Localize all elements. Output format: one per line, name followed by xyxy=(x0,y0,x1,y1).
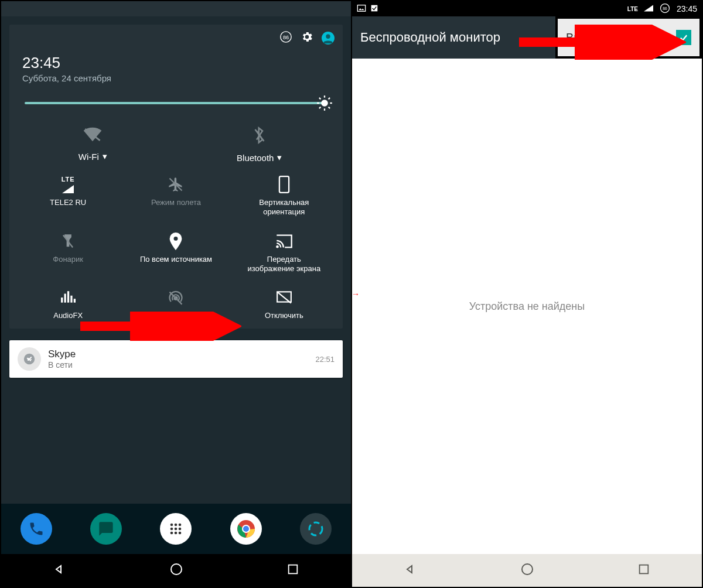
svg-line-9 xyxy=(329,107,330,108)
svg-point-2 xyxy=(326,35,330,39)
signal-icon xyxy=(62,185,74,193)
qs-time: 23:45 xyxy=(22,54,330,72)
svg-point-34 xyxy=(179,528,182,531)
rotation-label-1: Вертикальная xyxy=(259,198,309,207)
hotspot-icon xyxy=(168,290,184,305)
svg-rect-44 xyxy=(357,5,365,11)
battery-badge-icon: 86 xyxy=(279,30,292,46)
bluetooth-label: Bluetooth xyxy=(237,153,274,163)
svg-text:86: 86 xyxy=(663,6,667,10)
brightness-slider[interactable] xyxy=(25,102,327,104)
svg-rect-21 xyxy=(70,296,72,303)
qs-tile-disable[interactable]: Отключить xyxy=(230,289,338,320)
flashlight-label: Фонарик xyxy=(53,255,83,264)
svg-rect-18 xyxy=(61,298,63,303)
app-messages[interactable] xyxy=(90,513,122,545)
nav-recent[interactable] xyxy=(286,563,299,578)
nav-back[interactable] xyxy=(53,562,67,579)
svg-line-11 xyxy=(329,98,330,99)
status-bar xyxy=(1,1,351,16)
empty-message: Устройства не найдены xyxy=(469,300,585,313)
svg-rect-19 xyxy=(64,294,66,303)
equalizer-icon xyxy=(60,291,76,304)
image-icon xyxy=(357,4,366,15)
svg-point-17 xyxy=(276,245,279,248)
qs-tile-audiofx[interactable]: AudioFX xyxy=(14,289,122,320)
qs-tile-wifi[interactable]: Wi-Fi▾ xyxy=(9,122,176,173)
nav-home[interactable] xyxy=(520,562,534,579)
airplane-label: Режим полета xyxy=(151,198,201,207)
lte-label: LTE xyxy=(62,176,75,184)
app-drawer[interactable] xyxy=(160,513,192,545)
app-camera[interactable] xyxy=(300,513,332,545)
skype-icon xyxy=(18,347,41,371)
portrait-icon xyxy=(278,176,290,193)
audiofx-label: AudioFX xyxy=(53,311,83,320)
gear-icon[interactable] xyxy=(301,30,313,46)
signal-icon xyxy=(644,4,653,14)
status-time: 23:45 xyxy=(677,4,697,13)
app-chrome[interactable] xyxy=(230,513,262,545)
notification-title: Skype xyxy=(48,348,76,360)
screen-off-icon xyxy=(276,290,292,305)
qs-tile-airplane[interactable]: Режим полета xyxy=(122,176,230,217)
qs-tile-flashlight[interactable]: Фонарик xyxy=(14,233,122,274)
svg-line-8 xyxy=(319,98,320,99)
checkbox-checked-icon[interactable] xyxy=(676,30,691,45)
phone-right: LTE 86 23:45 Беспроводной монитор Включи… xyxy=(352,1,702,587)
chevron-down-icon: ▾ xyxy=(103,151,107,162)
svg-point-35 xyxy=(170,532,173,535)
cast-icon xyxy=(275,234,293,249)
svg-line-10 xyxy=(319,107,320,108)
svg-rect-43 xyxy=(289,565,298,574)
wifi-label: Wi-Fi xyxy=(79,152,99,162)
qs-header-icons: 86 xyxy=(9,25,343,46)
svg-point-40 xyxy=(243,526,249,532)
app-bar: Беспроводной монитор Включить xyxy=(352,16,702,59)
svg-point-37 xyxy=(179,532,182,535)
qs-tile-cellular[interactable]: LTE TELE2 RU xyxy=(14,176,122,217)
svg-point-30 xyxy=(175,524,178,527)
nav-bar xyxy=(352,554,702,587)
notification-skype[interactable]: Skype В сети 22:51 xyxy=(9,340,343,378)
qs-tile-cast[interactable]: Передатьизображение экрана xyxy=(230,233,338,274)
qs-tile-hotspot[interactable]: Точка доступа xyxy=(122,289,230,320)
cellular-label: TELE2 RU xyxy=(50,198,86,207)
svg-rect-49 xyxy=(640,565,649,574)
quick-settings-panel: 86 23:45 Суббота, 24 сентября Wi-Fi▾ xyxy=(9,25,343,329)
nav-back[interactable] xyxy=(404,562,418,579)
nav-home[interactable] xyxy=(169,562,183,579)
svg-point-48 xyxy=(522,564,533,575)
dock xyxy=(1,504,351,554)
nav-recent[interactable] xyxy=(637,563,650,578)
rotation-label-2: ориентация xyxy=(263,207,305,216)
brightness-icon[interactable] xyxy=(316,94,333,112)
wireless-display-body: Устройства не найдены xyxy=(352,59,702,554)
svg-rect-15 xyxy=(279,176,289,193)
chevron-down-icon: ▾ xyxy=(277,152,282,163)
svg-text:86: 86 xyxy=(283,35,289,40)
cast-label-2: изображение экрана xyxy=(248,264,321,273)
qs-tile-rotation[interactable]: Вертикальнаяориентация xyxy=(230,176,338,217)
cast-label-1: Передать xyxy=(267,255,301,264)
hotspot-label: Точка доступа xyxy=(151,311,202,320)
svg-point-42 xyxy=(171,564,182,575)
flashlight-icon xyxy=(62,233,74,249)
qs-time-block: 23:45 Суббота, 24 сентября xyxy=(9,46,343,94)
notification-time: 22:51 xyxy=(315,355,335,364)
location-label: По всем источникам xyxy=(140,255,212,264)
app-bar-title: Беспроводной монитор xyxy=(360,30,500,45)
qs-tile-bluetooth[interactable]: Bluetooth▾ xyxy=(176,122,343,173)
airplane-icon xyxy=(168,176,184,193)
qs-tile-location[interactable]: По всем источникам xyxy=(122,233,230,274)
nav-bar xyxy=(1,554,351,587)
svg-point-41 xyxy=(309,522,322,535)
svg-rect-20 xyxy=(67,291,69,303)
svg-point-36 xyxy=(175,532,178,535)
notification-subtitle: В сети xyxy=(48,360,76,370)
app-phone[interactable] xyxy=(21,513,52,545)
battery-badge-icon: 86 xyxy=(659,2,671,16)
svg-point-3 xyxy=(321,100,328,107)
enable-toggle[interactable]: Включить xyxy=(555,16,702,59)
avatar-icon[interactable] xyxy=(322,32,335,45)
